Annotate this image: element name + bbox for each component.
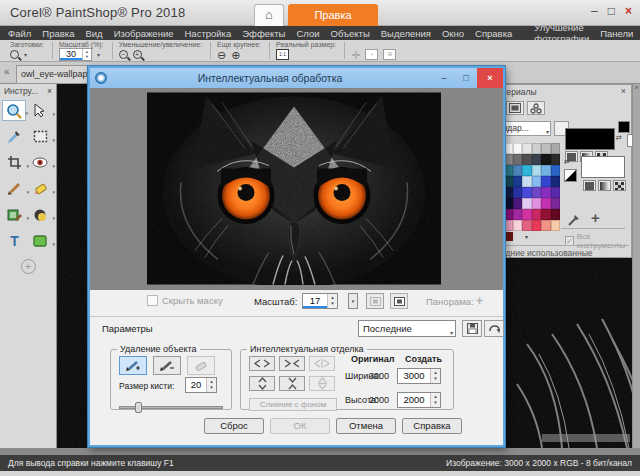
palette-swatch[interactable] xyxy=(541,220,551,231)
palette-swatch[interactable] xyxy=(532,209,542,220)
palette-swatch[interactable] xyxy=(551,165,561,176)
palette-scroll-icon[interactable]: ▾ xyxy=(525,233,528,240)
tool-dropper[interactable] xyxy=(2,126,26,147)
menu-panels[interactable]: Панели xyxy=(600,28,633,39)
palette-swatch[interactable] xyxy=(522,187,532,198)
palette-swatch[interactable] xyxy=(532,187,542,198)
menu-image[interactable]: Изображение xyxy=(114,28,174,39)
menu-view[interactable]: Вид xyxy=(85,28,102,39)
tool-picture-tube[interactable]: ▾ xyxy=(2,204,26,225)
real-size-button[interactable] xyxy=(390,293,408,309)
palette-swatch[interactable] xyxy=(532,220,542,231)
palette-swatch[interactable] xyxy=(513,143,523,154)
menu-edit[interactable]: Правка xyxy=(42,28,74,39)
palette-swatch[interactable] xyxy=(551,209,561,220)
zoom-out-icon[interactable]: − xyxy=(119,50,128,59)
height-spinner[interactable]: 2000 ▴▾ xyxy=(397,392,441,408)
palette-swatch[interactable] xyxy=(513,220,523,231)
zoom-in-icon[interactable]: + xyxy=(133,50,142,59)
maximize-button[interactable]: □ xyxy=(608,4,615,18)
spinner-arrows[interactable]: ▴▾ xyxy=(206,378,216,392)
bg-gradient-style-button[interactable] xyxy=(598,180,611,191)
palette-swatch[interactable] xyxy=(541,209,551,220)
palette-swatch[interactable] xyxy=(541,165,551,176)
tool-pick[interactable]: ▾ xyxy=(28,100,52,121)
palette-swatch[interactable] xyxy=(541,198,551,209)
tool-eraser[interactable]: ▾ xyxy=(28,178,52,199)
close-button[interactable]: × xyxy=(625,4,632,18)
dialog-preview-area[interactable] xyxy=(90,88,503,290)
palette-swatch[interactable] xyxy=(513,176,523,187)
tool-zoom[interactable]: ▾ xyxy=(2,100,26,121)
bg-color-style-button[interactable] xyxy=(583,180,596,191)
add-material-icon[interactable]: + xyxy=(591,209,600,226)
preset-select[interactable]: Последние ▾ xyxy=(358,320,456,337)
palette-swatch[interactable] xyxy=(532,154,542,165)
palette-swatch[interactable] xyxy=(522,143,532,154)
tool-selection[interactable]: ▾ xyxy=(28,126,52,147)
palette-swatch[interactable] xyxy=(513,154,523,165)
palette-swatch[interactable] xyxy=(513,165,523,176)
palette-swatch[interactable] xyxy=(522,154,532,165)
add-tool-button[interactable]: + xyxy=(21,259,36,274)
palette-swatch[interactable] xyxy=(532,143,542,154)
dialog-maximize-button[interactable]: □ xyxy=(455,68,477,88)
mini-foreground-swatch[interactable] xyxy=(618,121,630,133)
palette-swatch[interactable] xyxy=(532,176,542,187)
spinner-arrows[interactable]: ▴▾ xyxy=(82,49,91,60)
minimize-button[interactable]: – xyxy=(591,4,598,18)
menu-window[interactable]: Окно xyxy=(442,28,464,39)
menu-effects[interactable]: Эффекты xyxy=(242,28,285,39)
edit-tab[interactable]: Правка xyxy=(288,4,378,26)
spinner-arrows[interactable]: ▴▾ xyxy=(327,294,337,308)
palette-swatch[interactable] xyxy=(551,198,561,209)
slider-thumb[interactable] xyxy=(135,402,142,413)
presets-icon[interactable] xyxy=(10,50,19,59)
palette-swatch[interactable] xyxy=(522,198,532,209)
palette-swatch[interactable] xyxy=(532,165,542,176)
brush-size-slider[interactable] xyxy=(119,402,223,412)
contract-vertical-button[interactable] xyxy=(279,376,305,391)
palette-swatch[interactable] xyxy=(541,154,551,165)
bg-pattern-style-button[interactable] xyxy=(613,180,626,191)
dialog-close-button[interactable]: × xyxy=(477,68,503,88)
menu-selections[interactable]: Выделения xyxy=(381,28,431,39)
tool-paint-brush[interactable]: ▾ xyxy=(2,178,26,199)
save-preset-button[interactable] xyxy=(462,320,482,337)
spinner-arrows[interactable]: ▴▾ xyxy=(430,393,440,407)
palette-swatch[interactable] xyxy=(541,176,551,187)
foreground-swatch[interactable] xyxy=(565,128,615,150)
palette-swatch[interactable] xyxy=(541,187,551,198)
real-size-icon[interactable]: 1:1 xyxy=(276,49,289,60)
spinner-arrows[interactable]: ▴▾ xyxy=(430,369,440,383)
palette-swatch[interactable] xyxy=(551,187,561,198)
zoom-dropdown-icon[interactable]: ▾ xyxy=(97,51,100,58)
materials-close-icon[interactable]: × xyxy=(621,86,626,96)
palette-swatch[interactable] xyxy=(551,154,561,165)
materials-tab-mixer[interactable] xyxy=(527,101,545,115)
palette-swatch[interactable] xyxy=(551,143,561,154)
tool-clone[interactable]: ▾ xyxy=(28,204,52,225)
help-button[interactable]: Справка xyxy=(402,418,462,434)
object-keep-brush-button[interactable] xyxy=(153,356,181,375)
swap-transparency-icon[interactable]: ⇄ xyxy=(564,158,570,166)
palette-swatch[interactable] xyxy=(551,176,561,187)
background-swatch[interactable] xyxy=(581,156,625,178)
contract-horizontal-button[interactable] xyxy=(279,356,305,371)
palette-swatch[interactable] xyxy=(522,165,532,176)
palette-swatch[interactable] xyxy=(541,143,551,154)
dialog-minimize-button[interactable]: – xyxy=(433,68,455,88)
zoom-smaller-icon[interactable]: ⊖ xyxy=(217,49,226,61)
expand-horizontal-button[interactable] xyxy=(249,356,275,371)
expand-vertical-button[interactable] xyxy=(249,376,275,391)
home-tab[interactable]: ⌂ xyxy=(254,4,284,26)
palette-swatch[interactable] xyxy=(551,220,561,231)
palette-swatch[interactable] xyxy=(522,209,532,220)
palette-swatch[interactable] xyxy=(522,220,532,231)
tab-scroll-left-icon[interactable]: « xyxy=(4,66,10,77)
tool-red-eye[interactable]: ▾ xyxy=(28,152,52,173)
zoom-larger-icon[interactable]: ⊕ xyxy=(231,49,240,61)
reset-button[interactable]: Сброс xyxy=(204,418,264,434)
cancel-button[interactable]: Отмена xyxy=(336,418,396,434)
palette-swatch[interactable] xyxy=(522,176,532,187)
